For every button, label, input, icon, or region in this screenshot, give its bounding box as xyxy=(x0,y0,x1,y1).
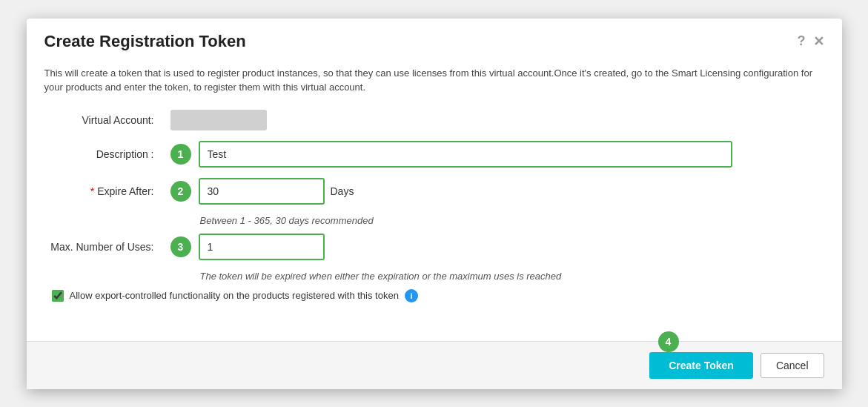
expire-hint: Between 1 - 365, 30 days recommended xyxy=(200,215,824,226)
info-icon[interactable]: i xyxy=(405,289,418,302)
help-icon[interactable]: ? xyxy=(798,33,806,49)
dialog-description: This will create a token that is used to… xyxy=(44,66,824,95)
cancel-button[interactable]: Cancel xyxy=(761,353,824,378)
required-star: * xyxy=(90,185,94,197)
expire-inline: Days xyxy=(199,178,354,205)
expire-input[interactable] xyxy=(199,178,325,205)
dialog-header: Create Registration Token ? ✕ xyxy=(27,19,842,59)
dialog-title: Create Registration Token xyxy=(44,32,246,51)
checkbox-row: Allow export-controlled functionality on… xyxy=(44,289,824,302)
dialog-footer: 4 Create Token Cancel xyxy=(27,341,842,389)
step-1-badge: 1 xyxy=(170,144,191,165)
create-registration-token-dialog: Create Registration Token ? ✕ This will … xyxy=(27,19,842,389)
dialog-body: This will create a token that is used to… xyxy=(27,59,842,341)
expire-after-label: * Expire After: xyxy=(44,185,163,197)
max-uses-label: Max. Number of Uses: xyxy=(44,241,163,253)
description-row: Description : 1 xyxy=(44,141,824,168)
create-token-button[interactable]: Create Token xyxy=(649,352,753,379)
description-input[interactable] xyxy=(199,141,732,168)
virtual-account-value xyxy=(170,110,267,130)
virtual-account-label: Virtual Account: xyxy=(44,114,163,126)
header-icons: ? ✕ xyxy=(798,33,824,50)
step-2-badge: 2 xyxy=(170,181,191,202)
virtual-account-row: Virtual Account: xyxy=(44,110,824,130)
max-uses-row: Max. Number of Uses: 3 xyxy=(44,234,824,260)
max-uses-hint: The token will be expired when either th… xyxy=(200,271,824,282)
expire-inputs: Days xyxy=(199,178,354,205)
export-controlled-checkbox[interactable] xyxy=(52,290,64,302)
step-3-badge: 3 xyxy=(170,236,191,257)
max-uses-input[interactable] xyxy=(199,234,325,260)
step-4-badge: 4 xyxy=(658,331,679,352)
checkbox-label: Allow export-controlled functionality on… xyxy=(70,290,399,301)
description-label: Description : xyxy=(44,148,163,160)
expire-after-row: * Expire After: 2 Days xyxy=(44,178,824,205)
close-icon[interactable]: ✕ xyxy=(813,33,824,50)
days-label: Days xyxy=(331,185,354,197)
